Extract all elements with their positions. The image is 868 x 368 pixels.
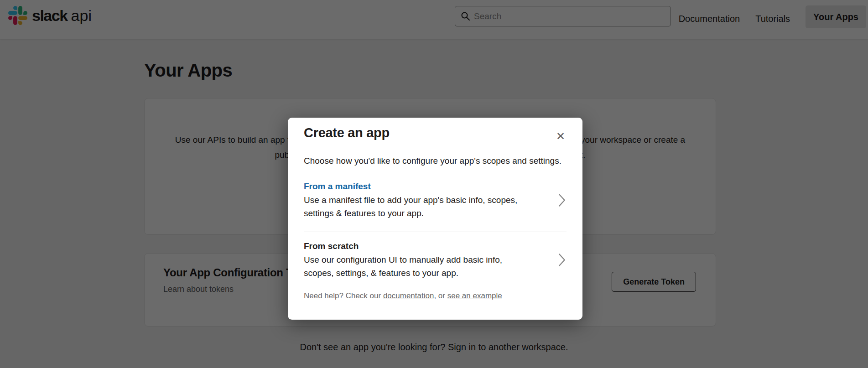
- help-middle: , or: [434, 291, 447, 300]
- modal-subtitle: Choose how you'd like to configure your …: [304, 155, 567, 167]
- see-an-example-link[interactable]: see an example: [447, 291, 502, 300]
- modal-title: Create an app: [304, 124, 567, 141]
- option-from-manifest-title[interactable]: From a manifest: [304, 181, 532, 192]
- option-from-manifest-description: Use a manifest file to add your app's ba…: [304, 193, 525, 220]
- modal-divider: [304, 232, 567, 232]
- option-from-scratch-title[interactable]: From scratch: [304, 240, 532, 252]
- modal-help-text: Need help? Check our documentation, or s…: [304, 291, 567, 301]
- option-from-manifest[interactable]: From a manifest Use a manifest file to a…: [304, 181, 567, 220]
- chevron-right-icon: [558, 193, 566, 207]
- help-prefix: Need help? Check our: [304, 291, 383, 300]
- close-icon[interactable]: ✕: [552, 128, 569, 145]
- page-root: slack api Documentation Tutorials Your A…: [0, 0, 868, 368]
- option-from-manifest-texts: From a manifest Use a manifest file to a…: [304, 181, 532, 220]
- chevron-right-icon: [558, 253, 566, 267]
- option-from-scratch[interactable]: From scratch Use our configuration UI to…: [304, 240, 567, 280]
- documentation-link[interactable]: documentation: [383, 291, 434, 300]
- create-app-modal: ✕ Create an app Choose how you'd like to…: [288, 118, 582, 320]
- option-from-scratch-description: Use our configuration UI to manually add…: [304, 253, 525, 280]
- option-from-scratch-texts: From scratch Use our configuration UI to…: [304, 240, 532, 280]
